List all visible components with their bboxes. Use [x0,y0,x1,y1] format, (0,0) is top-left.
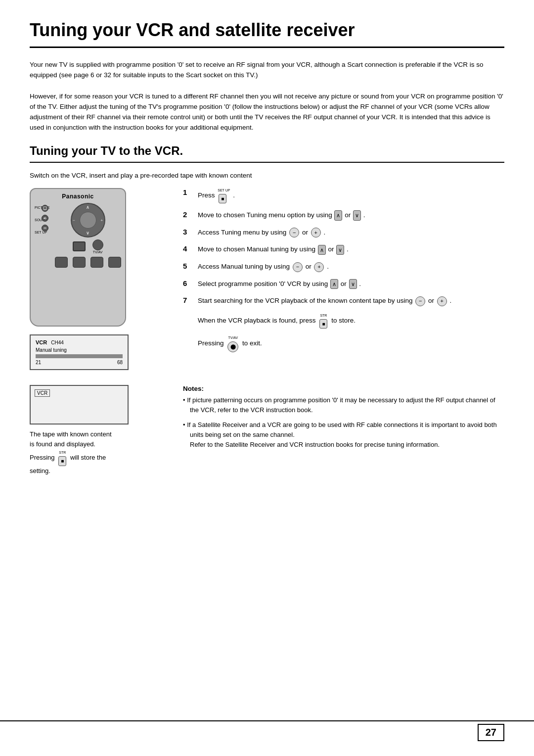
str-btn-wrap: STR ■ [318,313,328,329]
step-3-num: 3 [183,228,193,236]
plus-btn-5[interactable]: + [314,262,324,272]
digit-btn-3[interactable] [90,257,103,268]
intro-paragraph2: However, if for some reason your VCR is … [30,92,504,133]
minus-btn-7[interactable]: − [415,296,425,306]
setup-area: TV/AV [54,239,121,254]
plus-btn-7[interactable]: + [437,296,447,306]
nav-down-arrow[interactable]: ∨ [86,231,89,236]
step-2-text: Move to chosen Tuning menu option by usi… [198,210,504,221]
bottom-left-col: VCR The tape with known content is found… [30,385,168,476]
screen-num-right: 68 [117,360,123,365]
screen-display-2: VCR [30,385,129,425]
setup-btn-icon[interactable] [42,225,48,232]
right-column: 1 Press SET UP ■ . 2 Move to chosen Tun [183,188,504,375]
notes-item-1: If picture patterning occurs on programm… [183,395,504,415]
nav-ring: ∧ ∨ − + [71,203,105,237]
nav-left-arrow[interactable]: − [73,218,75,223]
step-6: 6 Select programme position '0' VCR by u… [183,279,504,289]
pressing-exit-text: Pressing TV/AV ⬤ to exit. [198,335,504,352]
str-label-above: STR [318,313,328,319]
minus-btn-5[interactable]: − [293,262,303,272]
digit-btn-2[interactable] [73,257,86,268]
step-7-label: Start searching for the VCR playback of … [198,297,413,304]
str-button-bottom[interactable]: ■ [58,456,66,466]
bottom-border [0,720,534,721]
notes-list: If picture patterning occurs on programm… [183,395,504,450]
step-4: 4 Move to chosen Manual tuning by using … [183,244,504,255]
pressing-prefix: Pressing [198,340,224,347]
setup-button[interactable] [73,241,86,251]
up-arrow-btn-2[interactable]: ∧ [334,210,342,221]
step-3: 3 Access Tuning menu by using − or + . [183,228,504,237]
switch-on-text: Switch on the VCR, insert and play a pre… [30,172,504,179]
left-column: Panasonic PICTURE SOUND SET UP [30,188,168,375]
tvav-label-below: TV/AV [92,250,103,254]
bottom-area: VCR The tape with known content is found… [30,385,504,476]
picture-icon [42,205,48,212]
intro-paragraph1: Your new TV is supplied with programme p… [30,60,504,81]
bottom-left-description: The tape with known content is found and… [30,429,168,476]
digit-row [54,257,121,268]
down-arrow-btn-6[interactable]: ∨ [349,279,357,289]
step-2-num: 2 [183,210,193,219]
screen-display-1: VCR CH44 Manual tuning 21 68 [30,334,129,370]
setup-label-above-text: SET UP [218,188,230,193]
minus-btn-3[interactable]: − [289,228,299,237]
step-7-suffix: . [450,297,452,304]
bottom-line3: Pressing STR ■ will store the [30,450,168,466]
step-7: 7 Start searching for the VCR playback o… [183,296,504,306]
step-1: 1 Press SET UP ■ . [183,188,504,204]
down-arrow-btn-4[interactable]: ∨ [336,245,344,255]
remote-control-illustration: Panasonic PICTURE SOUND SET UP [30,188,126,327]
step-6-suffix: . [359,280,361,287]
tvav-label-above: TV/AV [226,335,239,341]
remote-side-icons [42,205,48,235]
nav-up-arrow[interactable]: ∧ [86,205,89,210]
setup-btn-wrap [73,241,86,251]
setup-button-inline[interactable]: ■ [219,194,226,203]
will-store-text: will store the [70,454,106,461]
screen2-vcr-label: VCR [35,389,50,397]
nav-area: ∧ ∨ − + TV/AV [54,203,121,268]
when-vcr-text: When the VCR playback is found, press ST… [198,313,504,329]
tvav-btn-pressing-wrap: TV/AV ⬤ [226,335,239,352]
notes-item-2: If a Satellite Receiver and a VCR are go… [183,420,504,450]
step-3-text: Access Tuning menu by using − or + . [198,228,504,237]
step-1-suffix: . [233,191,235,199]
step-6-num: 6 [183,279,193,287]
digit-btn-1[interactable] [55,257,68,268]
step-1-label: Press [198,191,215,199]
up-arrow-btn-4[interactable]: ∧ [318,245,326,255]
page: Tuning your VCR and satellite receiver Y… [0,0,534,756]
str-btn-bottom-wrap: STR ■ [57,450,67,466]
plus-btn-3[interactable]: + [311,228,321,237]
step-6-label: Select programme position '0' VCR by usi… [198,280,328,287]
page-number: 27 [478,724,504,741]
tvav-button-pressing[interactable]: ⬤ [227,341,238,352]
screen-manual-tuning: Manual tuning [36,347,123,353]
str-label-bottom: STR [57,450,67,455]
step-4-text: Move to chosen Manual tuning by using ∧ … [198,244,504,255]
step-7-num: 7 [183,296,193,304]
when-suffix: to store. [331,317,356,324]
up-arrow-btn-6[interactable]: ∧ [330,279,338,289]
down-arrow-btn-2[interactable]: ∨ [353,210,361,221]
step-3-suffix: . [323,229,325,236]
section-title: Tuning your TV to the VCR. [30,144,504,163]
str-button[interactable]: ■ [319,319,327,329]
step-5: 5 Access Manual tuning by using − or + . [183,262,504,272]
step-4-suffix: . [347,245,349,253]
step-7-text: Start searching for the VCR playback of … [198,296,504,306]
step-3-label: Access Tuning menu by using [198,229,286,236]
step-1-text: Press SET UP ■ . [198,188,504,204]
digit-btn-4[interactable] [108,257,121,268]
nav-right-arrow[interactable]: + [100,218,103,223]
svg-rect-0 [44,207,46,209]
tvav-button[interactable] [92,239,103,250]
step-1-num: 1 [183,188,193,196]
when-prefix: When the VCR playback is found, press [198,317,316,324]
pressing-str-prefix: Pressing [30,454,55,461]
remote-brand: Panasonic [35,193,121,200]
step-1-setup-wrap: SET UP ■ [218,188,230,204]
content-area: Panasonic PICTURE SOUND SET UP [30,188,504,375]
